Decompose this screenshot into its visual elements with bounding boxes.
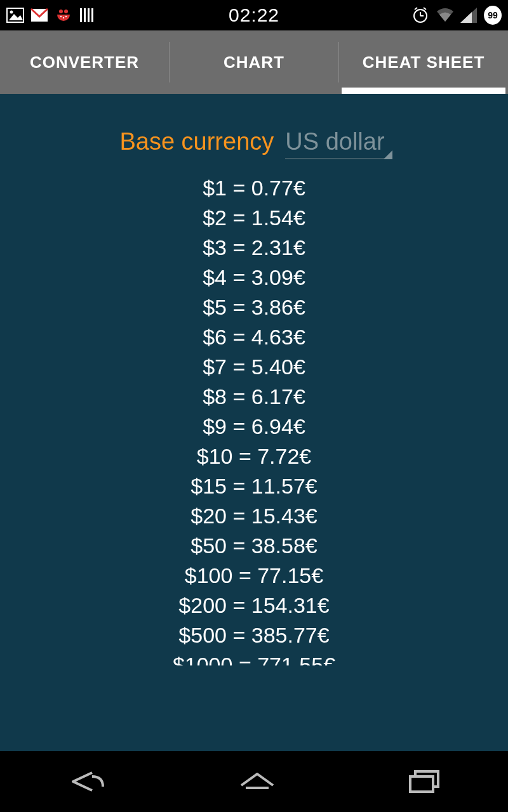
tab-label: CONVERTER: [30, 53, 139, 72]
rate-row: $1000 = 771.55€: [173, 653, 335, 665]
svg-marker-1: [9, 14, 23, 20]
base-currency-label: Base currency: [119, 128, 274, 155]
svg-rect-11: [88, 8, 90, 22]
tab-label: CHEAT SHEET: [363, 53, 485, 72]
svg-point-4: [59, 10, 63, 13]
rates-list[interactable]: $1 = 0.77€ $2 = 1.54€ $3 = 2.31€ $4 = 3.…: [0, 176, 508, 665]
tab-converter[interactable]: CONVERTER: [0, 30, 169, 94]
svg-point-5: [64, 10, 68, 13]
tab-label: CHART: [224, 53, 284, 72]
rate-row: $50 = 38.58€: [190, 534, 317, 558]
gmail-icon: [30, 6, 48, 24]
svg-marker-19: [460, 12, 472, 23]
rate-row: $10 = 7.72€: [197, 444, 312, 469]
alarm-icon: [411, 6, 429, 24]
recent-apps-button[interactable]: [406, 768, 444, 796]
signal-icon: [460, 6, 478, 24]
tab-bar: CONVERTER CHART CHEAT SHEET: [0, 30, 508, 94]
notification-badge-icon: 99: [484, 6, 502, 24]
svg-point-2: [10, 11, 13, 14]
rate-row: $200 = 154.31€: [178, 593, 329, 618]
rate-row: $6 = 4.63€: [203, 325, 305, 350]
svg-line-17: [424, 8, 426, 10]
rate-row: $1 = 0.77€: [203, 176, 305, 200]
gallery-icon: [6, 6, 24, 24]
base-currency-dropdown[interactable]: US dollar: [285, 128, 388, 159]
home-button[interactable]: [235, 769, 279, 794]
rate-row: $7 = 5.40€: [203, 355, 305, 379]
cheat-sheet-panel: Base currency US dollar $1 = 0.77€ $2 = …: [0, 94, 508, 751]
tab-cheat-sheet[interactable]: CHEAT SHEET: [339, 30, 508, 94]
barcode-icon: [79, 6, 97, 24]
rate-row: $9 = 6.94€: [203, 414, 305, 439]
status-bar: 02:22 99: [0, 0, 508, 30]
svg-point-6: [60, 16, 62, 17]
rate-row: $500 = 385.77€: [178, 623, 329, 648]
dropdown-value: US dollar: [285, 128, 384, 155]
svg-point-7: [63, 17, 64, 18]
svg-point-8: [65, 16, 67, 17]
rate-row: $3 = 2.31€: [203, 235, 305, 260]
svg-rect-10: [84, 8, 86, 22]
svg-rect-21: [410, 776, 433, 792]
rate-row: $8 = 6.17€: [203, 384, 305, 409]
rate-row: $15 = 11.57€: [190, 474, 317, 499]
wifi-icon: [436, 6, 453, 24]
rate-row: $2 = 1.54€: [203, 206, 305, 230]
rate-row: $5 = 3.86€: [203, 295, 305, 320]
svg-line-16: [415, 8, 417, 10]
rate-row: $100 = 77.15€: [185, 563, 323, 588]
tab-chart[interactable]: CHART: [170, 30, 338, 94]
system-nav-bar: [0, 751, 508, 812]
rate-row: $20 = 15.43€: [190, 504, 317, 528]
status-clock: 02:22: [229, 4, 279, 26]
back-button[interactable]: [64, 769, 108, 794]
svg-rect-12: [91, 8, 93, 22]
rate-row: $4 = 3.09€: [203, 265, 305, 290]
food-icon: [55, 6, 72, 24]
svg-rect-9: [80, 8, 82, 22]
